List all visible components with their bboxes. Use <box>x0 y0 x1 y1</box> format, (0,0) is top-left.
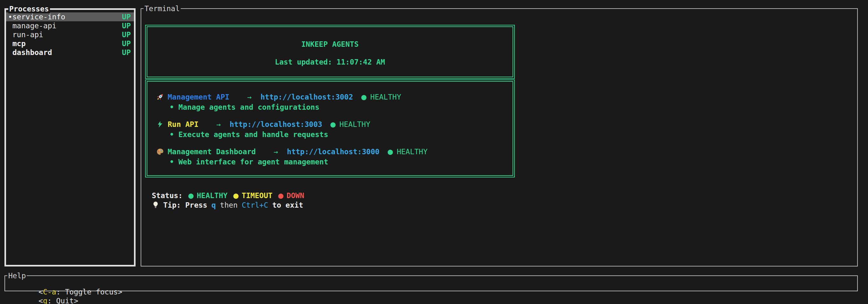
service-description: • Web interface for agent management <box>169 158 513 166</box>
service-url[interactable]: http://localhost:3003 <box>230 120 322 129</box>
down-label: DOWN <box>287 191 304 200</box>
health-dot-icon: ● <box>331 120 336 129</box>
arrow-icon: → <box>216 120 221 129</box>
status-legend-label: Status: <box>152 191 183 200</box>
bracket: > <box>74 297 78 304</box>
process-label: dashboard <box>12 48 122 57</box>
process-list: • service-info UP manage-api UP run-api … <box>6 10 134 57</box>
service-health: HEALTHY <box>370 93 401 101</box>
shortcut-key: C-a <box>43 288 56 296</box>
timeout-label: TIMEOUT <box>242 191 272 200</box>
process-row-dashboard[interactable]: dashboard UP <box>6 48 134 57</box>
process-row-run-api[interactable]: run-api UP <box>6 30 134 39</box>
tip-connector: then <box>220 200 237 210</box>
healthy-label: HEALTHY <box>197 191 227 200</box>
lightning-icon <box>156 120 164 129</box>
process-row-mcp[interactable]: mcp UP <box>6 39 134 48</box>
process-status-badge: UP <box>122 48 131 57</box>
banner-last-updated: Last updated: 11:07:42 AM <box>147 58 513 66</box>
tip-key-q: q <box>211 200 216 210</box>
separator: : <box>56 288 65 296</box>
process-row-service-info[interactable]: • service-info UP <box>6 12 134 21</box>
shortcut-action: Toggle focus <box>65 288 118 296</box>
process-label: manage-api <box>12 21 122 30</box>
row-prefix <box>8 30 12 39</box>
tip-key-ctrl-c: Ctrl+C <box>242 200 268 210</box>
service-name: Run API <box>168 120 198 129</box>
service-name: Management Dashboard <box>168 147 256 156</box>
process-label: service-info <box>12 12 122 21</box>
timeout-dot-icon: ● <box>233 191 238 200</box>
service-url[interactable]: http://localhost:3002 <box>260 93 353 101</box>
service-entry-management-dashboard: Management Dashboard → http://localhost:… <box>156 147 513 166</box>
row-prefix <box>8 39 12 48</box>
healthy-dot-icon: ● <box>188 191 193 200</box>
process-status-badge: UP <box>122 21 131 30</box>
tip-label: Tip: Press <box>163 200 207 210</box>
lightbulb-icon <box>152 201 160 209</box>
process-label: mcp <box>12 39 122 48</box>
shortcut-key: q <box>43 297 48 304</box>
service-entry-management-api: Management API → http://localhost:3002 ●… <box>156 93 513 112</box>
health-dot-icon: ● <box>388 147 393 156</box>
process-status-badge: UP <box>122 30 131 39</box>
bracket: < <box>38 297 43 304</box>
shortcut-toggle-focus: <C-a: Toggle focus> <box>38 288 122 296</box>
service-health: HEALTHY <box>340 120 370 129</box>
service-health: HEALTHY <box>397 147 428 156</box>
services-box: Management API → http://localhost:3002 ●… <box>145 79 515 177</box>
banner-title: INKEEP AGENTS <box>147 40 513 49</box>
palette-icon <box>156 147 164 156</box>
terminal-panel: Terminal INKEEP AGENTS Last updated: 11:… <box>141 8 858 267</box>
service-description: • Manage agents and configurations <box>169 103 513 112</box>
processes-panel: Processes • service-info UP manage-api U… <box>4 8 135 267</box>
shortcut-quit: <q: Quit> <box>38 297 78 304</box>
banner-box: INKEEP AGENTS Last updated: 11:07:42 AM <box>145 25 515 79</box>
process-status-badge: UP <box>122 12 131 21</box>
service-entry-run-api: Run API → http://localhost:3003 ● HEALTH… <box>156 120 513 139</box>
help-panel-title: Help <box>7 271 27 280</box>
service-url[interactable]: http://localhost:3000 <box>287 147 380 156</box>
tip-line: Tip: Press q then Ctrl+C to exit <box>152 200 304 210</box>
process-row-manage-api[interactable]: manage-api UP <box>6 21 134 30</box>
row-prefix <box>8 48 12 57</box>
help-panel: Help <C-a: Toggle focus> <q: Quit> <j: N… <box>4 275 858 291</box>
help-shortcuts: <C-a: Toggle focus> <q: Quit> <j: Next> … <box>5 276 857 304</box>
arrow-icon: → <box>247 93 252 101</box>
bracket: < <box>38 288 43 296</box>
rocket-icon <box>156 93 164 101</box>
terminal-panel-title: Terminal <box>144 4 181 13</box>
down-dot-icon: ● <box>278 191 283 200</box>
status-legend: Status: ● HEALTHY ● TIMEOUT ● DOWN <box>152 191 304 200</box>
shortcut-action: Quit <box>56 297 74 304</box>
process-label: run-api <box>12 30 122 39</box>
bracket: > <box>118 288 122 296</box>
process-status-badge: UP <box>122 39 131 48</box>
service-description: • Execute agents and handle requests <box>169 130 513 139</box>
service-name: Management API <box>168 93 229 101</box>
health-dot-icon: ● <box>362 93 367 101</box>
status-footer: Status: ● HEALTHY ● TIMEOUT ● DOWN Tip: … <box>152 191 304 210</box>
row-prefix <box>8 21 12 30</box>
app-screen: Processes • service-info UP manage-api U… <box>0 0 868 304</box>
tip-suffix: to exit <box>272 200 303 210</box>
selected-bullet: • <box>8 12 12 21</box>
processes-panel-title: Processes <box>8 4 50 13</box>
arrow-icon: → <box>274 147 278 156</box>
separator: : <box>48 297 56 304</box>
